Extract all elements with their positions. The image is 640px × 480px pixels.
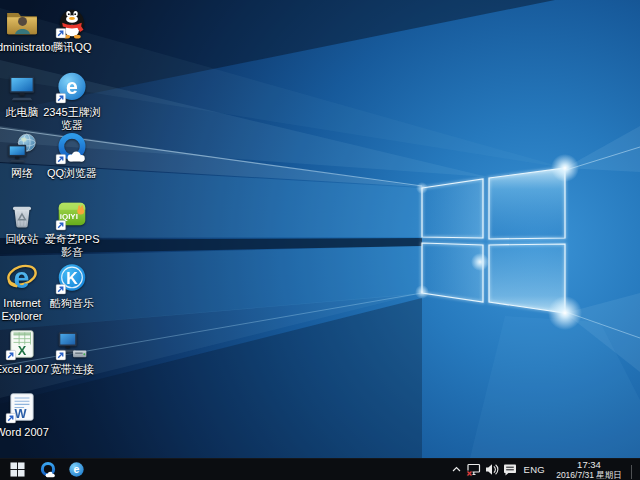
svg-text:iQIYI: iQIYI [60, 212, 78, 221]
shortcut-arrow-badge [56, 220, 66, 230]
blue-e-sphere-icon: e [68, 461, 85, 478]
iqiyi-icon: iQIYI [55, 197, 89, 231]
windows-desktop: Administrator 腾讯QQ [0, 0, 640, 480]
tray-volume-button[interactable] [483, 459, 501, 480]
broadband-icon [55, 327, 89, 361]
desktop-icon-label: 腾讯QQ [39, 41, 105, 54]
desktop-icon-label: 酷狗音乐 [39, 297, 105, 310]
q-cloud-icon [39, 461, 57, 479]
shortcut-arrow-badge [56, 154, 66, 164]
clock-date: 2016/7/31 星期日 [556, 470, 622, 480]
desktop-icon-label: Word 2007 [0, 426, 55, 439]
shortcut-arrow-badge [56, 350, 66, 360]
desktop-wallpaper[interactable]: Administrator 腾讯QQ [0, 0, 640, 458]
desktop-icon-2345-browser[interactable]: e 2345王牌浏览器 [39, 70, 105, 132]
desktop-icon-kugou-music[interactable]: K 酷狗音乐 [39, 261, 105, 310]
network-globe-icon [5, 131, 39, 165]
ie-icon: e [5, 261, 39, 295]
taskbar-2345-browser-button[interactable]: e [62, 459, 90, 480]
shortcut-arrow-badge [56, 284, 66, 294]
tray-clock[interactable]: 17:34 2016/7/31 星期日 [550, 459, 628, 480]
recycle-bin-icon [5, 197, 39, 231]
system-tray: ENG 17:34 2016/7/31 星期日 [449, 459, 640, 480]
computer-icon [5, 70, 39, 104]
tray-language-indicator[interactable]: ENG [519, 459, 551, 480]
user-folder-icon [5, 5, 39, 39]
word-icon: W [5, 390, 39, 424]
svg-text:e: e [13, 262, 29, 294]
action-center-icon [503, 463, 517, 476]
desktop-icon-label: 爱奇艺PPS 影音 [39, 233, 105, 259]
desktop-icon-label: 宽带连接 [39, 363, 105, 376]
blue-e-sphere-icon: e [55, 70, 89, 104]
windows-logo-icon [10, 462, 25, 477]
q-cloud-icon [55, 131, 89, 165]
taskbar-empty-area [90, 459, 449, 480]
svg-text:K: K [66, 270, 78, 287]
chevron-up-icon [451, 464, 462, 475]
shortcut-arrow-badge [6, 413, 16, 423]
desktop-icon-word-2007[interactable]: W Word 2007 [0, 390, 55, 439]
qq-penguin-icon [55, 5, 89, 39]
svg-text:e: e [73, 463, 79, 475]
show-desktop-button[interactable] [634, 459, 640, 480]
taskbar-qq-browser-button[interactable] [34, 459, 62, 480]
desktop-icon-broadband[interactable]: 宽带连接 [39, 327, 105, 376]
desktop-icon-label: QQ浏览器 [39, 167, 105, 180]
shortcut-arrow-badge [56, 93, 66, 103]
speaker-icon [485, 463, 499, 476]
tray-divider [631, 465, 632, 479]
desktop-icon-tencent-qq[interactable]: 腾讯QQ [39, 5, 105, 54]
taskbar: e [0, 458, 640, 480]
desktop-icon-iqiyi-pps[interactable]: iQIYI 爱奇艺PPS 影音 [39, 197, 105, 259]
svg-text:e: e [66, 75, 78, 99]
desktop-icon-qq-browser[interactable]: QQ浏览器 [39, 131, 105, 180]
tray-network-button[interactable] [464, 459, 483, 480]
desktop-icon-label: 2345王牌浏览器 [39, 106, 105, 132]
excel-icon: X [5, 327, 39, 361]
network-disconnected-icon [466, 463, 481, 477]
shortcut-arrow-badge [6, 350, 16, 360]
tray-overflow-button[interactable] [449, 459, 464, 480]
svg-text:W: W [14, 406, 27, 421]
svg-text:X: X [18, 343, 27, 358]
start-button[interactable] [0, 459, 34, 480]
shortcut-arrow-badge [56, 28, 66, 38]
tray-action-center-button[interactable] [501, 459, 519, 480]
clock-time: 17:34 [556, 460, 622, 470]
kugou-icon: K [55, 261, 89, 295]
